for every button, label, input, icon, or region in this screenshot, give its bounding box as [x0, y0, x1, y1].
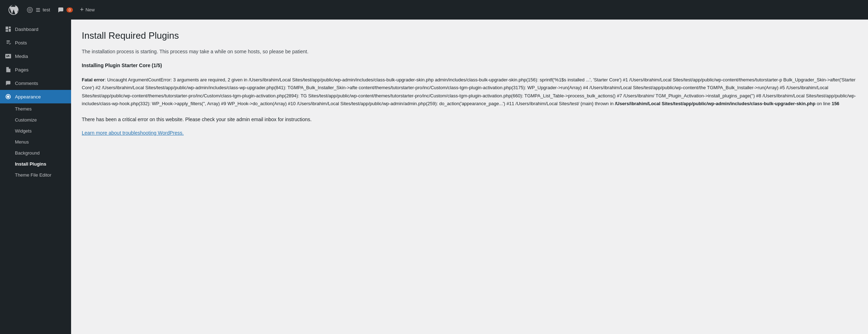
svg-point-3: [7, 96, 9, 97]
error-block: Fatal error: Uncaught ArgumentCountError…: [82, 76, 857, 107]
sidebar-label-dashboard: Dashboard: [15, 27, 38, 32]
page-title: Install Required Plugins: [82, 30, 857, 41]
comments-link[interactable]: 0: [54, 0, 76, 20]
critical-error-text: There has been a critical error on this …: [82, 115, 857, 123]
submenu-label-widgets: Widgets: [15, 128, 32, 134]
new-content-link[interactable]: + New: [76, 0, 98, 20]
sidebar-label-appearance: Appearance: [15, 94, 41, 99]
main-layout: Dashboard Posts Media Pages Comments App…: [0, 20, 868, 334]
sidebar-label-posts: Posts: [15, 40, 27, 45]
submenu-item-menus[interactable]: Menus: [0, 136, 71, 147]
svg-rect-0: [36, 8, 40, 9]
submenu-label-background: Background: [15, 150, 39, 156]
submenu-label-themes: Themes: [15, 106, 32, 112]
svg-rect-2: [36, 11, 40, 11]
site-name-text: test: [43, 7, 50, 12]
sidebar-item-pages[interactable]: Pages: [0, 63, 71, 76]
on-line-text: on line: [817, 101, 830, 106]
fatal-error-label: Fatal error: [82, 77, 105, 82]
sidebar-item-dashboard[interactable]: Dashboard: [0, 22, 71, 36]
line-number: 156: [832, 101, 840, 106]
wp-logo-button[interactable]: [4, 0, 23, 20]
submenu-label-install-plugins: Install Plugins: [15, 161, 46, 167]
submenu-item-install-plugins[interactable]: Install Plugins: [0, 158, 71, 169]
submenu-label-theme-file-editor: Theme File Editor: [15, 172, 52, 178]
sidebar-item-comments[interactable]: Comments: [0, 76, 71, 90]
new-label: New: [85, 7, 95, 12]
installing-text: Installing Plugin Starter Core (1/5): [82, 63, 857, 68]
sidebar-label-media: Media: [15, 54, 28, 59]
submenu-item-theme-file-editor[interactable]: Theme File Editor: [0, 169, 71, 181]
sidebar-item-appearance[interactable]: Appearance: [0, 90, 71, 103]
error-path-bold: /Users/ibrahim/Local Sites/test/app/publ…: [615, 101, 815, 106]
admin-bar: test 0 + New: [0, 0, 868, 20]
plus-icon: +: [80, 6, 84, 14]
submenu-item-themes[interactable]: Themes: [0, 103, 71, 114]
submenu-item-background[interactable]: Background: [0, 147, 71, 158]
sidebar-item-media[interactable]: Media: [0, 49, 71, 63]
submenu-item-widgets[interactable]: Widgets: [0, 125, 71, 136]
main-content-area: Install Required Plugins The installatio…: [71, 20, 868, 334]
description-text: The installation process is starting. Th…: [82, 48, 857, 55]
submenu-label-customize: Customize: [15, 117, 37, 123]
submenu-label-menus: Menus: [15, 139, 29, 145]
sidebar-label-comments: Comments: [15, 81, 38, 86]
sidebar-item-posts[interactable]: Posts: [0, 36, 71, 49]
troubleshoot-link[interactable]: Learn more about troubleshooting WordPre…: [82, 130, 184, 136]
sidebar-label-pages: Pages: [15, 67, 28, 72]
submenu-item-customize[interactable]: Customize: [0, 114, 71, 125]
site-name-link[interactable]: test: [23, 0, 54, 20]
comments-count-badge: 0: [66, 7, 73, 12]
svg-rect-1: [36, 10, 40, 10]
sidebar: Dashboard Posts Media Pages Comments App…: [0, 20, 71, 334]
